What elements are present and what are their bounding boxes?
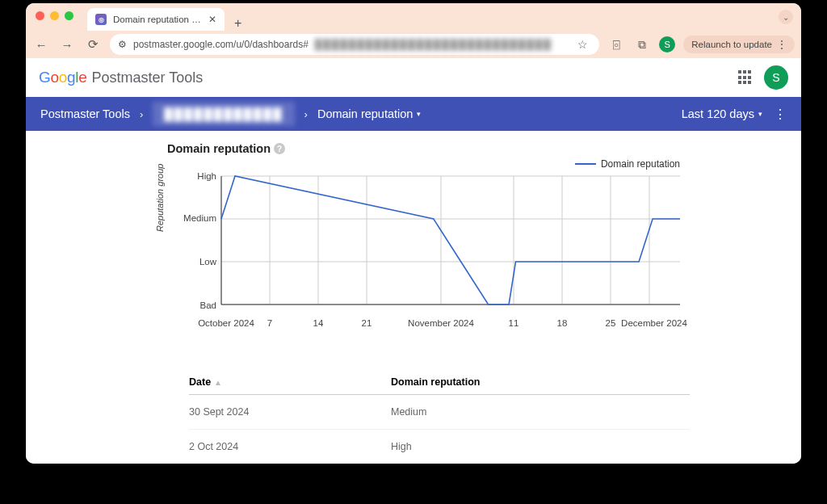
kebab-icon[interactable]: ⋮ <box>777 39 787 50</box>
y-tick: Medium <box>179 213 216 223</box>
browser-tabstrip: ◎ Domain reputation – Postma… ✕ + ⌄ <box>26 3 801 31</box>
table-header: Date ▲ Domain reputation <box>189 376 690 395</box>
google-apps-icon[interactable] <box>738 70 753 85</box>
breadcrumb-section-dropdown[interactable]: Domain reputation ▾ <box>317 107 422 120</box>
chart-gridlines <box>221 176 680 304</box>
cell-date: 30 Sept 2024 <box>189 406 391 418</box>
extensions-icon[interactable]: ⧉ <box>633 38 651 52</box>
chevron-right-icon: › <box>140 108 143 120</box>
site-settings-icon[interactable]: ⚙ <box>118 39 127 50</box>
x-tick: 11 <box>509 318 519 328</box>
date-range-label: Last 120 days <box>682 107 754 120</box>
breadcrumb-section-label: Domain reputation <box>317 107 414 120</box>
breadcrumb-domain[interactable]: ████████████ <box>153 102 294 126</box>
window-controls <box>36 11 73 20</box>
tabstrip-collapse-icon[interactable]: ⌄ <box>779 10 793 24</box>
cell-date: 2 Oct 2024 <box>189 441 391 452</box>
x-tick: 14 <box>313 318 324 328</box>
bookmark-star-icon[interactable]: ☆ <box>573 38 591 51</box>
url-bar[interactable]: ⚙ postmaster.google.com/u/0/dashboards# … <box>110 34 599 55</box>
browser-toolbar: ← → ⟳ ⚙ postmaster.google.com/u/0/dashbo… <box>26 31 801 58</box>
cell-rep: Medium <box>391 406 690 418</box>
browser-tab[interactable]: ◎ Domain reputation – Postma… ✕ <box>87 8 225 31</box>
app-logo[interactable]: Google Postmaster Tools <box>39 69 203 86</box>
nav-back-button[interactable]: ← <box>32 38 50 52</box>
breadcrumb-bar: Postmaster Tools › ████████████ › Domain… <box>26 97 801 131</box>
relaunch-label: Relaunch to update <box>691 40 772 49</box>
chart-legend: Domain reputation <box>575 158 680 170</box>
caret-down-icon: ▾ <box>758 110 762 118</box>
table-row[interactable]: 2 Oct 2024 High <box>189 430 690 464</box>
col-date-header[interactable]: Date ▲ <box>189 376 391 388</box>
legend-series-label: Domain reputation <box>601 158 680 170</box>
sort-asc-icon: ▲ <box>214 378 222 387</box>
new-tab-button[interactable]: + <box>229 16 246 31</box>
y-tick: Bad <box>179 300 216 310</box>
help-icon[interactable]: ? <box>274 143 285 154</box>
camera-icon[interactable]: ⌻ <box>607 38 625 51</box>
x-tick: 7 <box>267 318 272 328</box>
window-minimize-icon[interactable] <box>50 11 59 20</box>
tab-title: Domain reputation – Postma… <box>113 15 202 24</box>
date-range-dropdown[interactable]: Last 120 days ▾ <box>682 107 762 120</box>
nav-reload-button[interactable]: ⟳ <box>84 37 102 52</box>
breadcrumb-root[interactable]: Postmaster Tools <box>40 107 130 120</box>
more-menu-icon[interactable]: ⋮ <box>774 107 787 122</box>
google-logo: Google <box>39 69 87 86</box>
url-blurred: ████████████████████████████ <box>315 39 552 50</box>
browser-window: ◎ Domain reputation – Postma… ✕ + ⌄ ← → … <box>26 3 801 464</box>
cell-rep: High <box>391 441 690 452</box>
url-text: postmaster.google.com/u/0/dashboards# <box>133 39 309 50</box>
account-avatar[interactable]: S <box>764 65 788 90</box>
x-tick: November 2024 <box>408 318 474 328</box>
tab-close-icon[interactable]: ✕ <box>208 14 216 25</box>
x-tick: 21 <box>362 318 372 328</box>
y-axis-label: Reputation group <box>155 164 165 232</box>
x-tick: December 2024 <box>621 318 687 328</box>
profile-avatar-small[interactable]: S <box>659 36 675 52</box>
page-content: Domain reputation ? Domain reputation Re… <box>26 131 801 464</box>
window-close-icon[interactable] <box>36 11 44 20</box>
reputation-chart: Domain reputation Reputation group High … <box>179 163 680 333</box>
chevron-right-icon: › <box>304 108 308 120</box>
chart-axes <box>221 176 680 304</box>
section-title: Domain reputation ? <box>167 142 801 155</box>
window-zoom-icon[interactable] <box>65 11 73 20</box>
x-tick: 25 <box>606 318 616 328</box>
y-tick: Low <box>179 257 216 267</box>
reputation-table: Date ▲ Domain reputation 30 Sept 2024 Me… <box>189 376 690 464</box>
tab-favicon-icon: ◎ <box>95 14 107 25</box>
table-row[interactable]: 30 Sept 2024 Medium <box>189 395 690 430</box>
caret-down-icon: ▾ <box>417 110 421 118</box>
app-header: Google Postmaster Tools S <box>26 58 801 97</box>
relaunch-button[interactable]: Relaunch to update ⋮ <box>683 36 795 53</box>
col-rep-header[interactable]: Domain reputation <box>391 376 690 388</box>
section-title-text: Domain reputation <box>167 142 271 155</box>
x-tick: October 2024 <box>198 318 254 328</box>
y-tick: High <box>179 171 216 181</box>
legend-swatch-icon <box>575 163 596 165</box>
col-date-label: Date <box>189 376 211 388</box>
chart-plot-area[interactable] <box>221 176 680 312</box>
product-name: Postmaster Tools <box>92 69 204 86</box>
col-rep-label: Domain reputation <box>391 376 480 388</box>
chart-series-line <box>221 176 680 304</box>
x-tick: 18 <box>557 318 568 328</box>
nav-forward-button[interactable]: → <box>58 38 76 52</box>
